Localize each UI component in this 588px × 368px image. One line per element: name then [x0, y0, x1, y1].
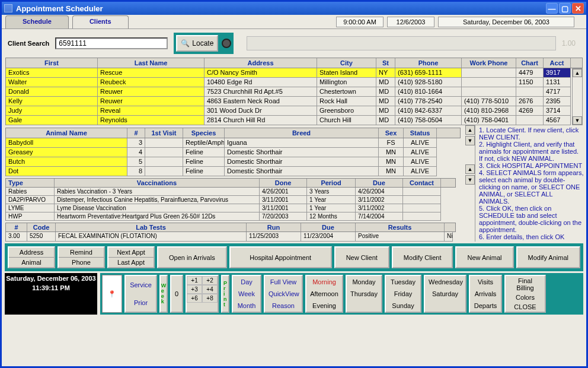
lab-rows[interactable]: 3.005250FECAL EXAMINATION (FLOTATION)11/… — [2, 232, 464, 242]
phone-button[interactable]: Phone — [59, 257, 104, 267]
vacc-row[interactable]: LYMELyme Disease Vaccination3/11/20011 Y… — [5, 204, 456, 212]
vacc-row[interactable]: HWPHeartworm Preventative:Heartgard Plus… — [5, 212, 456, 221]
window-title: Appointment Scheduler — [16, 4, 103, 13]
next-appt-button[interactable]: Next Appt — [108, 248, 154, 257]
lab-row[interactable]: 3.005250FECAL EXAMINATION (FLOTATION)11/… — [5, 232, 456, 242]
vacc-row[interactable]: DA2P/PARVODistemper, Infectious Canine H… — [5, 196, 456, 204]
search-input[interactable] — [55, 37, 168, 49]
new-animal-button[interactable]: New Animal — [455, 246, 513, 268]
afternoon-button[interactable]: Afternoon — [306, 289, 342, 299]
clients-rows[interactable]: ExoticsRescueC/O Nancy SmithStaten Islan… — [5, 68, 572, 125]
titlebar: Appointment Scheduler — ▢ ✕ — [2, 2, 586, 15]
quickview-button[interactable]: QuickView — [265, 289, 302, 299]
vacc-header: Type Vaccinations Done Period Due Contac… — [5, 178, 456, 188]
departs-button[interactable]: Departs — [470, 301, 501, 310]
client-row[interactable]: KellyReuwer4863 Eastern Neck RoadRock Ha… — [5, 97, 572, 106]
colors-button[interactable]: Colors — [506, 293, 545, 302]
monday-button[interactable]: Monday — [347, 277, 381, 287]
thursday-button[interactable]: Thursday — [347, 289, 381, 299]
action-bar: Address Animal Remind Phone Next Appt La… — [5, 243, 583, 271]
scroll-up-icon[interactable]: ▲ — [573, 69, 582, 77]
maximize-button[interactable]: ▢ — [559, 3, 571, 14]
reason-button[interactable]: Reason — [265, 301, 302, 310]
clock-panel: Saturday, December 06, 2003 11:39:11 PM — [5, 273, 97, 315]
morning-button[interactable]: Morning — [306, 277, 342, 287]
address-button[interactable]: Address — [9, 248, 54, 257]
week-button[interactable]: Week — [233, 289, 260, 299]
visits-button[interactable]: Visits — [470, 277, 501, 287]
saturday-button[interactable]: Saturday — [425, 289, 465, 299]
wednesday-button[interactable]: Wednesday — [425, 277, 465, 287]
client-row[interactable]: GaleReynolds2814 Church Hill RdChurch Hi… — [5, 116, 572, 125]
week-zero[interactable]: 0 — [170, 275, 183, 313]
hospital-appt-button[interactable]: Hospital Appointment — [229, 246, 332, 268]
final-billing-button[interactable]: Final Billing — [506, 276, 545, 293]
evening-button[interactable]: Evening — [306, 301, 342, 310]
clients-header: First Last Name Address City St Phone Wo… — [5, 58, 583, 68]
vacc-up-button[interactable]: ▲ — [465, 164, 475, 174]
week-label: Week — [159, 275, 168, 313]
scroll-down-icon[interactable]: ▼ — [573, 116, 582, 125]
arrivals-button[interactable]: Arrivals — [470, 289, 501, 299]
status-lamp — [222, 39, 231, 48]
version-label: 1.00 — [562, 39, 576, 47]
tab-clients[interactable]: Clients — [72, 15, 129, 28]
client-row[interactable]: ExoticsRescueC/O Nancy SmithStaten Islan… — [5, 68, 572, 78]
modify-client-button[interactable]: Modify Client — [392, 246, 453, 268]
lab-header: # Code Lab Tests Run Due Results — [5, 223, 456, 232]
locate-button[interactable]: 🔍 Locate — [176, 35, 218, 52]
last-appt-button[interactable]: Last Appt — [108, 257, 154, 267]
vacc-row[interactable]: RabiesRabies Vaccination - 3 Years4/26/2… — [5, 188, 456, 196]
animal-row[interactable]: Babydoll3Reptile/AmphIguanaFSALIVE — [5, 138, 461, 148]
animals-up-button[interactable]: ▲ — [465, 125, 475, 135]
modify-animal-button[interactable]: Modify Animal — [516, 246, 580, 268]
search-icon: 🔍 — [181, 39, 190, 47]
instructions-panel: 1. Locate Client. If new client, click N… — [475, 125, 585, 242]
search-label: Client Search — [8, 40, 49, 47]
animal-row[interactable]: Butch5FelineDomestic ShorthairMNALIVE — [5, 157, 461, 167]
animals-down-button[interactable]: ▼ — [465, 136, 475, 145]
print-label: Print — [221, 275, 229, 313]
animal-row[interactable]: Dot8FelineDomestic ShorthairMNALIVE — [5, 167, 461, 176]
date-display: 12/6/2003 — [387, 17, 434, 27]
time-display: 9:00:00 AM — [336, 17, 384, 27]
open-arrivals-button[interactable]: Open in Arrivals — [157, 246, 227, 268]
locate-box: 🔍 Locate — [174, 33, 234, 54]
client-row[interactable]: JudyReveal301 Wood Duck DrGreensboroMD(4… — [5, 106, 572, 116]
animal-button[interactable]: Animal — [9, 257, 54, 267]
new-client-button[interactable]: New Client — [334, 246, 389, 268]
vacc-down-button[interactable]: ▼ — [465, 175, 475, 185]
friday-button[interactable]: Friday — [386, 289, 420, 299]
stamp-icon[interactable]: 📍 — [102, 275, 122, 313]
animals-header: Animal Name # 1st Visit Species Breed Se… — [5, 128, 461, 138]
close-app-button[interactable]: CLOSE — [506, 302, 545, 312]
service-button[interactable]: Service — [126, 280, 156, 290]
month-button[interactable]: Month — [233, 301, 260, 310]
tab-schedule[interactable]: Schedule — [5, 15, 69, 28]
offset-grid[interactable]: +1+2 +3+4 +6+8 — [186, 275, 219, 313]
animals-rows[interactable]: Babydoll3Reptile/AmphIguanaFSALIVEGrease… — [5, 138, 461, 176]
close-button[interactable]: ✕ — [572, 3, 584, 14]
prior-button[interactable]: Prior — [126, 298, 156, 307]
remind-button[interactable]: Remind — [59, 248, 104, 257]
day-button[interactable]: Day — [233, 277, 260, 287]
top-empty-field — [247, 36, 555, 50]
minimize-button[interactable]: — — [546, 3, 558, 14]
longdate-display: Saturday, December 06, 2003 — [438, 17, 574, 27]
app-icon — [4, 4, 12, 12]
client-row[interactable]: DonaldReuwer7523 Churchhill Rd Apt.#5Che… — [5, 87, 572, 97]
clients-scrollbar[interactable]: ▲ ▼ — [572, 68, 583, 125]
tuesday-button[interactable]: Tuesday — [386, 277, 420, 287]
fullview-button[interactable]: Full View — [265, 277, 302, 287]
sunday-button[interactable]: Sunday — [386, 301, 420, 310]
vacc-rows[interactable]: RabiesRabies Vaccination - 3 Years4/26/2… — [5, 188, 456, 221]
client-row[interactable]: WalterReubeck10480 Edge RdMillingtonMD(4… — [5, 78, 572, 87]
animal-row[interactable]: Greasey4FelineDomestic ShorthairMNALIVE — [5, 148, 461, 157]
